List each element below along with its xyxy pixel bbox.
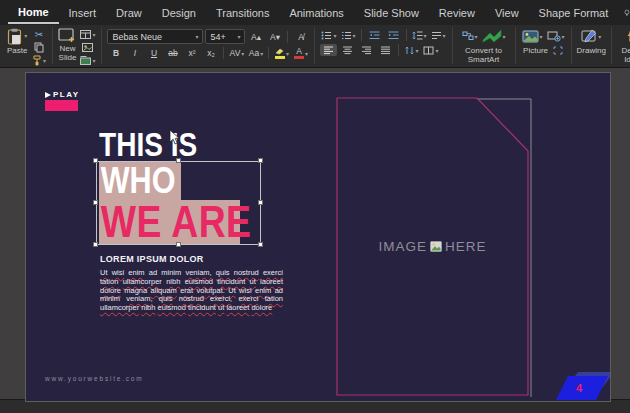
section-dropdown-arrow[interactable]: ▾ <box>92 57 95 64</box>
numbering-icon <box>341 31 352 40</box>
tab-insert[interactable]: Insert <box>59 2 107 23</box>
tab-draw[interactable]: Draw <box>106 2 152 23</box>
picture-dropdown-arrow: ▾ <box>540 33 543 40</box>
change-case-dropdown-arrow: ▾ <box>260 50 263 57</box>
section-button[interactable]: ▾ <box>79 54 96 66</box>
align-center-button[interactable] <box>339 44 356 56</box>
highlighter-icon <box>275 48 285 59</box>
highlight-color-button[interactable]: ▾ <box>273 47 290 59</box>
slides-group: New Slide ▾ ▾ <box>53 27 102 64</box>
line-spacing-button[interactable]: ▾ <box>411 29 428 41</box>
align-right-button[interactable] <box>358 44 375 56</box>
layout-icon <box>80 30 91 39</box>
font-group: Bebas Neue ▾ 54+ ▾ A▴ A▾ A̸ B I U <box>102 27 315 64</box>
increase-indent-button[interactable] <box>385 29 402 41</box>
justify-button[interactable] <box>377 44 394 56</box>
decrease-indent-icon <box>369 31 380 40</box>
screenshot-button[interactable]: ▾ <box>546 29 566 43</box>
divider <box>361 29 362 41</box>
tab-slide-show[interactable]: Slide Show <box>354 2 429 23</box>
slide[interactable]: PLAY IMAGE HERE THIS IS WHO WE ARE <box>26 73 610 401</box>
tab-home[interactable]: Home <box>8 1 59 24</box>
align-center-icon <box>342 46 353 55</box>
paste-dropdown-arrow[interactable]: ▾ <box>24 33 27 40</box>
picture-group: ▾ ▾ Picture <box>516 27 572 64</box>
reset-slide-icon <box>82 43 93 52</box>
increase-font-button[interactable]: A▴ <box>247 31 264 43</box>
numbering-button[interactable]: ▾ <box>340 29 357 41</box>
font-color-dropdown-arrow: ▾ <box>305 50 308 57</box>
picture-icon <box>522 30 539 43</box>
font-size-value: 54+ <box>210 32 225 42</box>
lightbulb-icon <box>624 7 630 19</box>
shape-list-button[interactable]: ▾ <box>461 29 479 43</box>
character-spacing-button[interactable]: AV▾ <box>228 47 245 59</box>
tab-transitions[interactable]: Transitions <box>206 2 279 23</box>
drawing-button[interactable]: ▾ <box>580 29 602 43</box>
tab-shape-format[interactable]: Shape Format <box>529 2 619 23</box>
font-color-button[interactable]: A ▾ <box>292 47 309 59</box>
tell-me[interactable]: Tell me <box>624 1 630 25</box>
italic-button[interactable]: I <box>126 47 143 59</box>
shape-list-icon <box>462 31 474 41</box>
align-left-icon <box>323 46 334 55</box>
paste-icon <box>7 28 22 45</box>
vertical-align-button[interactable]: ▾ <box>403 44 420 56</box>
insert-picture-button[interactable]: ▾ <box>521 29 544 43</box>
tab-view[interactable]: View <box>485 2 529 23</box>
underline-button[interactable]: U <box>145 47 162 59</box>
decrease-indent-button[interactable] <box>366 29 383 41</box>
divider <box>287 31 288 43</box>
section-icon <box>80 56 91 65</box>
font-name-dropdown-arrow: ▾ <box>195 33 198 40</box>
new-slide-icon <box>58 28 76 43</box>
design-ideas-button[interactable] <box>625 29 630 43</box>
convert-smartart-button[interactable]: ▾ <box>481 29 507 43</box>
divider <box>398 44 399 56</box>
tab-design[interactable]: Design <box>152 2 206 23</box>
slide-canvas-area[interactable]: PLAY IMAGE HERE THIS IS WHO WE ARE <box>0 68 630 399</box>
columns-button[interactable]: ▾ <box>422 44 439 56</box>
picture-placeholder-icon[interactable] <box>553 46 563 55</box>
superscript-button[interactable]: x² <box>183 47 200 59</box>
paste-button[interactable]: ▾ Paste <box>7 27 27 56</box>
pencil-icon <box>581 29 597 43</box>
justify-icon <box>380 46 391 55</box>
format-painter-button[interactable]: ▾ <box>30 54 47 66</box>
new-slide-button[interactable]: New Slide <box>58 27 76 63</box>
design-ideas-group: Design Ideas <box>612 27 630 64</box>
reset-slide-button[interactable] <box>79 41 96 53</box>
text-direction-button[interactable]: ▾ <box>430 29 447 41</box>
font-size-dropdown-arrow: ▾ <box>237 33 240 40</box>
font-size-select[interactable]: 54+ ▾ <box>205 29 245 44</box>
bold-button[interactable]: B <box>107 47 124 59</box>
layout-dropdown-arrow[interactable]: ▾ <box>92 31 95 38</box>
new-slide-label: New Slide <box>58 45 76 63</box>
increase-indent-icon <box>388 31 399 40</box>
tab-animations[interactable]: Animations <box>279 2 353 23</box>
align-left-button[interactable] <box>320 44 337 56</box>
bullets-button[interactable]: ▾ <box>320 29 337 41</box>
clear-formatting-button[interactable]: A̸ <box>292 31 309 43</box>
strikethrough-button[interactable]: ab <box>164 47 181 59</box>
line-spacing-icon <box>412 31 423 40</box>
page-number: 4 <box>576 382 583 394</box>
screenshot-dropdown-arrow: ▾ <box>562 33 565 40</box>
copy-button[interactable] <box>30 41 47 53</box>
format-painter-dropdown-arrow[interactable]: ▾ <box>43 57 46 64</box>
font-name-select[interactable]: Bebas Neue ▾ <box>107 29 203 44</box>
cut-button[interactable]: ✂ <box>30 28 47 40</box>
divider <box>223 47 224 59</box>
smartart-dropdown-arrow: ▾ <box>503 33 506 40</box>
numbering-dropdown-arrow: ▾ <box>353 32 356 39</box>
line-spacing-dropdown-arrow: ▾ <box>424 32 427 39</box>
change-case-button[interactable]: Aa▾ <box>247 47 264 59</box>
clipboard-group: ▾ Paste ✂ ▾ <box>2 27 53 64</box>
decrease-font-button[interactable]: A▾ <box>266 31 283 43</box>
smartart-group: ▾ ▾ Convert to SmartArt <box>453 27 516 64</box>
bullets-icon <box>321 31 332 40</box>
tab-review[interactable]: Review <box>429 2 485 23</box>
subscript-button[interactable]: x₂ <box>202 47 219 59</box>
layout-button[interactable]: ▾ <box>79 28 96 40</box>
design-ideas-label: Design Ideas <box>617 46 630 64</box>
